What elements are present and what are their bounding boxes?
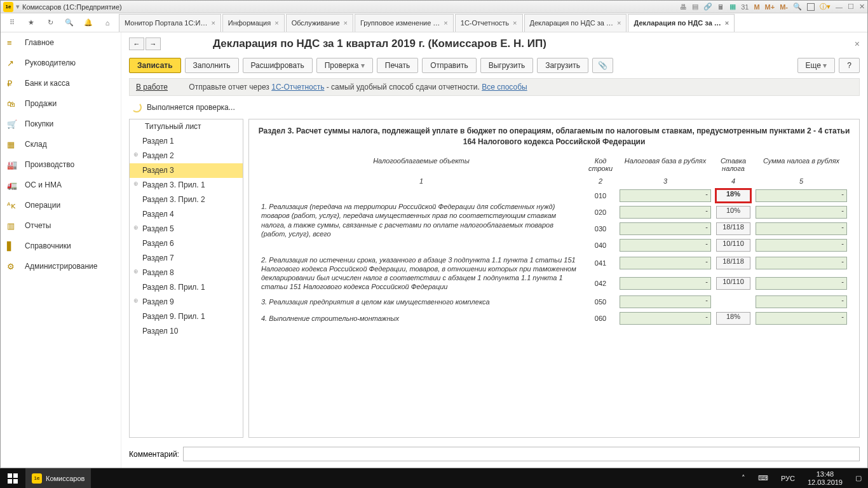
notifications-icon[interactable]: 🔔 (81, 15, 96, 30)
base-042[interactable]: - (620, 277, 711, 290)
base-020[interactable]: - (620, 206, 711, 219)
icon-doc[interactable]: ▤ (692, 3, 698, 11)
tray-clock[interactable]: 13:48 12.03.2019 (801, 470, 849, 485)
tab-2[interactable]: Обслуживание× (286, 14, 353, 32)
tab-close-icon[interactable]: × (344, 19, 348, 27)
base-050[interactable]: - (620, 295, 711, 308)
sidebar-item-1[interactable]: ↗Руководителю (1, 53, 121, 73)
status-link1[interactable]: 1С-Отчетность (271, 83, 324, 92)
start-button[interactable] (0, 468, 25, 488)
sidebar-item-3[interactable]: 🛍Продажи (1, 93, 121, 114)
tray-lang[interactable]: РУС (775, 468, 801, 488)
tab-close-icon[interactable]: × (617, 19, 621, 27)
page-close[interactable]: × (855, 39, 860, 49)
tax-060[interactable]: - (756, 312, 847, 325)
base-040[interactable]: - (620, 239, 711, 252)
sidebar-item-10[interactable]: ▋Справочники (1, 236, 121, 256)
search-icon[interactable]: 🔍 (62, 15, 77, 30)
icon-calendar[interactable]: ▦ (729, 3, 736, 11)
more-button[interactable]: Еще (797, 58, 836, 73)
sidebar-item-8[interactable]: ᴬᴋОперации (1, 195, 121, 215)
tab-6[interactable]: Декларация по НДС за …× (628, 14, 735, 32)
sidebar-item-9[interactable]: ▥Отчеты (1, 215, 121, 236)
forward-button[interactable]: → (146, 37, 161, 50)
decode-button[interactable]: Расшифровать (243, 58, 313, 73)
sidebar-item-5[interactable]: ▦Склад (1, 134, 121, 154)
tab-0[interactable]: Монитор Портала 1С:И…× (119, 14, 221, 32)
tree-item-0[interactable]: Титульный лист (130, 119, 243, 134)
base-010[interactable]: - (620, 189, 711, 202)
save-button[interactable]: Записать (129, 58, 181, 73)
home-icon[interactable]: ⌂ (100, 15, 115, 30)
base-060[interactable]: - (620, 312, 711, 325)
check-button[interactable]: Проверка (316, 58, 373, 73)
base-041[interactable]: - (620, 257, 711, 269)
tree-item-11[interactable]: Раздел 8. Прил. 1 (130, 280, 243, 295)
dropdown-icon[interactable]: ▾ (16, 3, 20, 11)
tab-close-icon[interactable]: × (211, 19, 215, 27)
tree-item-12[interactable]: Раздел 9 (130, 295, 243, 309)
tax-030[interactable]: - (756, 222, 847, 235)
tab-close-icon[interactable]: × (513, 19, 517, 27)
zoom-m[interactable]: M (754, 3, 759, 11)
zoom-mminus[interactable]: M- (780, 3, 788, 11)
help-button[interactable]: ? (839, 58, 860, 73)
print-button[interactable]: Печать (377, 58, 418, 73)
tax-020[interactable]: - (756, 206, 847, 219)
tree-item-1[interactable]: Раздел 1 (130, 134, 243, 149)
tree-item-6[interactable]: Раздел 4 (130, 207, 243, 222)
comment-input[interactable] (183, 447, 860, 461)
taskbar-app[interactable]: 1e Комиссаров (25, 468, 91, 488)
tab-close-icon[interactable]: × (275, 19, 278, 27)
tree-item-5[interactable]: Раздел 3. Прил. 2 (130, 193, 243, 207)
sidebar-item-11[interactable]: ⚙Администрирование (1, 256, 121, 276)
icon-search[interactable]: 🔍 (793, 3, 802, 11)
export-button[interactable]: Выгрузить (480, 58, 534, 73)
tree-item-3[interactable]: Раздел 3 (130, 163, 243, 178)
status-inwork[interactable]: В работе (136, 83, 168, 92)
tab-5[interactable]: Декларация по НДС за …× (524, 14, 627, 32)
send-button[interactable]: Отправить (422, 58, 477, 73)
history-icon[interactable]: ↻ (43, 15, 58, 30)
tree-item-8[interactable]: Раздел 6 (130, 236, 243, 251)
tax-040[interactable]: - (756, 239, 847, 252)
tax-010[interactable]: - (756, 189, 847, 202)
tray-keyboard-icon[interactable]: ⌨ (752, 468, 775, 488)
tab-1[interactable]: Информация× (222, 14, 285, 32)
fill-button[interactable]: Заполнить (185, 58, 239, 73)
tray-notifications-icon[interactable]: ▢ (849, 468, 868, 488)
zoom-mplus[interactable]: M+ (765, 3, 775, 11)
tree-item-2[interactable]: Раздел 2 (130, 149, 243, 163)
tree-item-13[interactable]: Раздел 9. Прил. 1 (130, 309, 243, 324)
tree-item-7[interactable]: Раздел 5 (130, 222, 243, 236)
back-button[interactable]: ← (129, 37, 144, 50)
icon-info[interactable]: ⓘ▾ (820, 2, 831, 11)
tab-close-icon[interactable]: × (725, 19, 729, 27)
sidebar-item-6[interactable]: 🏭Производство (1, 154, 121, 175)
icon-calc[interactable]: 🖩 (717, 3, 724, 11)
icon-date[interactable]: 31 (741, 3, 749, 11)
icon-link[interactable]: 🔗 (703, 3, 712, 11)
tray-up-icon[interactable]: ˄ (735, 468, 752, 488)
import-button[interactable]: Загрузить (537, 58, 588, 73)
icon-window[interactable] (807, 3, 815, 11)
tab-close-icon[interactable]: × (444, 19, 447, 27)
sidebar-item-7[interactable]: 🚛ОС и НМА (1, 175, 121, 195)
tree-item-14[interactable]: Раздел 10 (130, 324, 243, 339)
tree-item-4[interactable]: Раздел 3. Прил. 1 (130, 178, 243, 193)
tree-item-9[interactable]: Раздел 7 (130, 251, 243, 266)
min-button[interactable]: — (836, 3, 843, 11)
apps-icon[interactable]: ⠿ (4, 15, 20, 30)
icon-print[interactable]: 🖶 (680, 3, 687, 11)
tree-item-10[interactable]: Раздел 8 (130, 266, 243, 280)
base-030[interactable]: - (620, 222, 711, 235)
tax-042[interactable]: - (756, 277, 847, 290)
sidebar-item-4[interactable]: 🛒Покупки (1, 114, 121, 134)
close-button[interactable]: ✕ (859, 3, 865, 11)
max-button[interactable]: ☐ (848, 3, 854, 11)
status-link2[interactable]: Все способы (482, 83, 527, 92)
tax-041[interactable]: - (756, 257, 847, 269)
attach-button[interactable]: 📎 (592, 58, 613, 73)
sidebar-item-0[interactable]: ≡Главное (1, 32, 121, 53)
tax-050[interactable]: - (756, 295, 847, 308)
